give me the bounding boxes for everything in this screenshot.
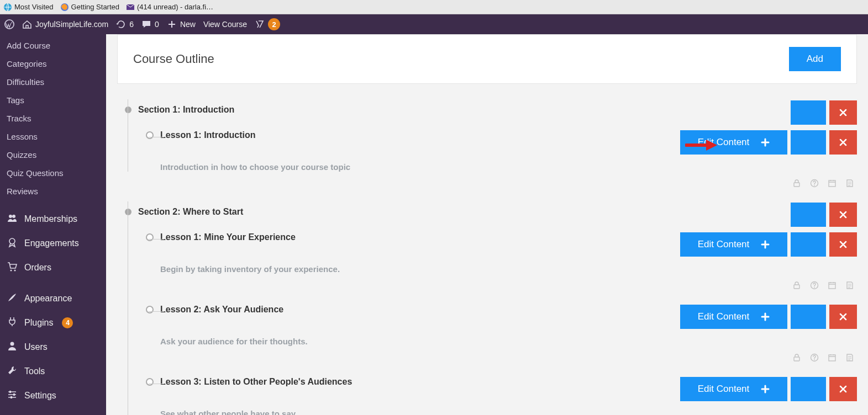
lesson-delete-button[interactable]	[829, 305, 857, 329]
tree-connector-icon	[149, 384, 164, 384]
lesson-meta-icons	[146, 175, 857, 188]
bookmark-getting-started[interactable]: Getting Started	[60, 3, 119, 12]
svg-point-8	[14, 270, 16, 272]
lesson-group: Lesson 1: IntroductionEdit Content Intro…	[146, 130, 857, 188]
comment-icon	[141, 19, 151, 29]
tree-connector-icon	[149, 311, 164, 312]
sidebar-subitem[interactable]: Add Course	[0, 36, 106, 55]
lesson-block: Lesson 1: Mine Your ExperienceEdit Conte…	[125, 232, 857, 415]
section-settings-button[interactable]	[791, 100, 826, 125]
section-delete-button[interactable]	[829, 100, 857, 125]
sidebar-item-label: Appearance	[24, 294, 72, 304]
calendar-icon[interactable]	[827, 280, 837, 290]
section-row: Section 2: Where to Start	[125, 203, 857, 227]
sidebar-item-label: Plugins	[24, 318, 53, 328]
lock-icon[interactable]	[792, 178, 802, 188]
svg-rect-10	[9, 391, 11, 393]
sidebar-subitem[interactable]: Quiz Questions	[0, 164, 106, 182]
svg-rect-21	[829, 355, 835, 361]
sidebar-subitem[interactable]: Tags	[0, 91, 106, 109]
browser-bookmark-bar: Most Visited Getting Started (414 unread…	[0, 0, 868, 14]
plus-icon	[167, 19, 177, 29]
sidebar-item[interactable]: Appearance	[0, 286, 106, 311]
sidebar-item[interactable]: Plugins4	[0, 311, 106, 335]
adminbar-site[interactable]: JoyfulSimpleLife.com	[22, 19, 108, 29]
svg-rect-11	[13, 393, 15, 396]
lesson-group: Lesson 3: Listen to Other People's Audie…	[146, 377, 857, 415]
help-icon[interactable]	[809, 178, 819, 188]
adminbar-yoast-badge: 2	[268, 18, 280, 30]
lesson-settings-button[interactable]	[791, 130, 826, 155]
edit-content-button[interactable]: Edit Content	[680, 305, 787, 329]
adminbar-refresh[interactable]: 6	[116, 19, 134, 29]
sidebar-subitem[interactable]: Reviews	[0, 182, 106, 200]
lesson-group: Lesson 2: Ask Your AudienceEdit Content …	[146, 305, 857, 363]
lesson-title: Lesson 1: Mine Your Experience	[146, 232, 296, 242]
bookmark-most-visited[interactable]: Most Visited	[3, 3, 54, 12]
help-icon[interactable]	[809, 353, 819, 363]
sidebar-item[interactable]: Settings	[0, 384, 106, 408]
sidebar-item[interactable]: Engagements	[0, 231, 106, 256]
wrench-icon	[7, 365, 18, 378]
sidebar-item[interactable]: Orders	[0, 256, 106, 280]
section-row: Section 1: Introduction	[125, 100, 857, 125]
adminbar-view-course[interactable]: View Course	[203, 20, 247, 29]
calendar-icon[interactable]	[827, 353, 837, 363]
lesson-settings-button[interactable]	[791, 305, 826, 329]
lesson-group: Lesson 1: Mine Your ExperienceEdit Conte…	[146, 232, 857, 290]
sidebar-subitem[interactable]: Quizzes	[0, 146, 106, 164]
brush-icon	[7, 292, 18, 305]
sidebar-item[interactable]: Users	[0, 335, 106, 359]
help-icon[interactable]	[809, 280, 819, 290]
lesson-settings-button[interactable]	[791, 232, 826, 257]
wp-sidebar: Add CourseCategoriesDifficultiesTagsTrac…	[0, 34, 106, 415]
bookmark-label: Most Visited	[14, 3, 54, 11]
sidebar-item[interactable]: Memberships	[0, 207, 106, 231]
edit-content-button[interactable]: Edit Content	[680, 232, 787, 257]
add-button[interactable]: Add	[789, 47, 841, 71]
lesson-row: Lesson 1: IntroductionEdit Content	[146, 130, 857, 155]
svg-point-7	[10, 270, 12, 272]
section-title: Section 2: Where to Start	[125, 203, 243, 217]
panel-title: Course Outline	[133, 52, 214, 66]
edit-content-button[interactable]: Edit Content	[680, 130, 787, 155]
adminbar-comments[interactable]: 0	[141, 19, 159, 29]
medal-icon	[7, 237, 18, 250]
lesson-description: Introduction in how to choose your cours…	[160, 162, 857, 172]
lesson-meta-icons	[146, 277, 857, 290]
sidebar-item[interactable]: Tools	[0, 359, 106, 384]
sidebar-subitem[interactable]: Tracks	[0, 109, 106, 127]
bookmark-mail[interactable]: (414 unread) - darla.fi…	[126, 3, 213, 12]
lesson-delete-button[interactable]	[829, 232, 857, 257]
adminbar-new[interactable]: New	[167, 19, 196, 29]
adminbar-yoast[interactable]: 2	[255, 18, 280, 30]
edit-content-button[interactable]: Edit Content	[680, 377, 787, 401]
svg-rect-13	[794, 183, 799, 187]
sidebar-subitem[interactable]: Lessons	[0, 127, 106, 146]
section-dot-icon	[125, 209, 131, 215]
lesson-delete-button[interactable]	[829, 377, 857, 401]
note-icon[interactable]	[845, 280, 855, 290]
section-delete-button[interactable]	[829, 203, 857, 227]
lesson-delete-button[interactable]	[829, 130, 857, 155]
tree-connector-icon	[149, 137, 164, 137]
adminbar-view-course-label: View Course	[203, 20, 247, 29]
lesson-settings-button[interactable]	[791, 377, 826, 401]
note-icon[interactable]	[845, 353, 855, 363]
firefox-icon	[60, 3, 69, 12]
course-outline-header: Course Outline Add	[117, 34, 857, 84]
sidebar-subitem[interactable]: Difficulties	[0, 73, 106, 91]
lock-icon[interactable]	[792, 280, 802, 290]
note-icon[interactable]	[845, 178, 855, 188]
sidebar-subitem[interactable]: Categories	[0, 55, 106, 73]
mail-icon	[126, 3, 135, 12]
calendar-icon[interactable]	[827, 178, 837, 188]
lesson-circle-icon	[146, 233, 154, 241]
tree-connector-icon	[149, 239, 164, 240]
lock-icon[interactable]	[792, 353, 802, 363]
yoast-icon	[255, 19, 265, 29]
section-settings-button[interactable]	[791, 203, 826, 227]
wordpress-logo-icon[interactable]	[4, 19, 14, 29]
svg-point-5	[12, 215, 15, 218]
section-title: Section 1: Introduction	[125, 100, 234, 115]
